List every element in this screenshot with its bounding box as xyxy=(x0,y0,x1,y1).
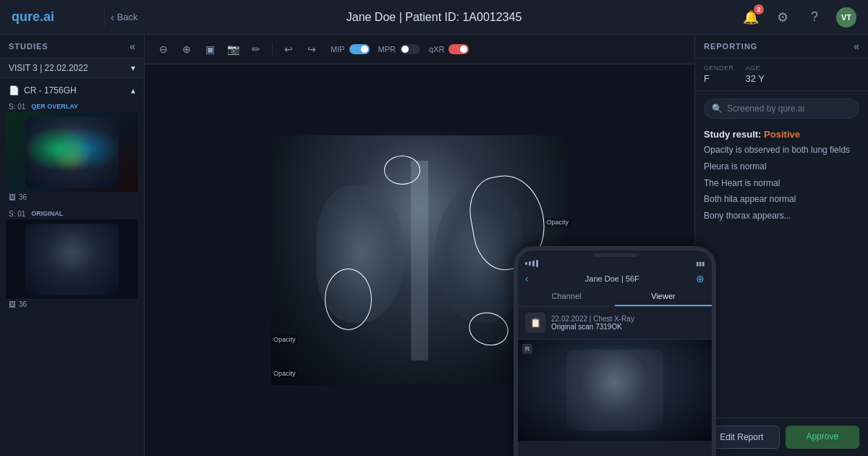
back-button[interactable]: ‹ Back xyxy=(104,9,144,26)
outline-trachea xyxy=(384,156,420,185)
finding-4: Bony thorax appears... xyxy=(704,210,859,222)
patient-meta: GENDER F AGE 32 Y xyxy=(695,59,868,91)
back-arrow-icon: ‹ xyxy=(111,12,114,23)
thumbnail-original[interactable]: S: 01 ORIGINAL 🖼 36 xyxy=(0,206,144,313)
study-name-item[interactable]: 📄 CR - 1756GH ▴ xyxy=(0,83,144,98)
viewer-area: ⊖ ⊕ ▣ 📷 ✏ ↩ ↪ MIP xyxy=(145,35,694,456)
visit-selector[interactable]: VISIT 3 | 22.02.2022 ▾ xyxy=(0,59,144,78)
finding-1: Pleura is normal xyxy=(704,161,859,173)
gear-icon: ⚙ xyxy=(777,9,788,25)
notification-badge: 2 xyxy=(754,4,764,14)
draw-button[interactable]: ✏ xyxy=(246,39,266,59)
chevron-up-icon: ▴ xyxy=(131,85,135,96)
main-layout: STUDIES « VISIT 3 | 22.02.2022 ▾ 📄 CR - … xyxy=(0,35,868,456)
age-meta: AGE 32 Y xyxy=(746,64,765,85)
mpr-label: MPR xyxy=(378,45,396,54)
series-label-2: S: 01 xyxy=(9,210,25,218)
gender-value: F xyxy=(704,73,710,84)
gender-meta: GENDER F xyxy=(704,64,734,85)
study-group: 📄 CR - 1756GH ▴ S: 01 QER OVERLAY 🖼 xyxy=(0,78,144,317)
mobile-overlay: ▮▮▮ ‹ Jane Doe | 56F ⊕ Channel Viewer 📋 … xyxy=(514,246,716,456)
top-actions: 🔔 2 ⚙ ? VT xyxy=(741,7,856,28)
viewer-content: Opacity Opacity Opacity Opacity xyxy=(145,64,694,456)
mobile-tab-channel[interactable]: Channel xyxy=(518,287,615,306)
image-icon-2: 🖼 xyxy=(9,300,16,308)
finding-3: Both hila appear normal xyxy=(704,193,859,206)
chevron-down-icon: ▾ xyxy=(131,63,135,73)
panel-collapse-button[interactable]: « xyxy=(854,41,859,52)
redo-icon: ↪ xyxy=(307,43,316,55)
study-result-value: Positive xyxy=(764,129,800,140)
mobile-xray-thumbnail: R xyxy=(518,339,712,441)
mobile-tab-viewer[interactable]: Viewer xyxy=(615,287,712,306)
approve-button[interactable]: Approve xyxy=(786,426,860,449)
thumbnail-count-1: 🖼 36 xyxy=(6,192,138,203)
user-avatar[interactable]: VT xyxy=(836,7,856,28)
top-bar: qure.ai ‹ Back Jane Doe | Patient ID: 1A… xyxy=(0,0,868,35)
age-label: AGE xyxy=(746,64,765,72)
viewer-toolbar: ⊖ ⊕ ▣ 📷 ✏ ↩ ↪ MIP xyxy=(145,35,694,64)
bottom-actions: Edit Report Approve xyxy=(695,418,868,456)
notifications-button[interactable]: 🔔 2 xyxy=(741,7,761,28)
mobile-header: ‹ Jane Doe | 56F ⊕ xyxy=(518,269,712,287)
search-placeholder-text: Screened by qure.ai xyxy=(727,104,804,114)
original-tag: ORIGINAL xyxy=(31,210,63,218)
qxr-label: qXR xyxy=(429,45,444,54)
qxr-toggle[interactable] xyxy=(448,44,469,54)
mpr-toggle-group: MPR xyxy=(378,44,420,54)
snapshot-button[interactable]: 📷 xyxy=(223,39,243,59)
overlay-tag: QER OVERLAY xyxy=(31,103,78,111)
mobile-study-date: 22.02.2022 | Chest X-Ray xyxy=(551,315,705,323)
report-content: Study result: Positive Opacity is observ… xyxy=(695,126,868,418)
mobile-study-icon: 📋 xyxy=(525,313,545,333)
file-icon: 📄 xyxy=(9,85,20,96)
thumbnail-image-original xyxy=(6,219,138,299)
opacity-label-top-right: Opacity xyxy=(545,218,571,227)
opacity-label-bottom-left: Opacity xyxy=(271,369,298,378)
qxr-toggle-group: qXR xyxy=(429,44,469,54)
sidebar: STUDIES « VISIT 3 | 22.02.2022 ▾ 📄 CR - … xyxy=(0,35,145,456)
help-icon: ? xyxy=(811,9,818,25)
mobile-share-icon[interactable]: ⊕ xyxy=(696,273,705,284)
mobile-notch xyxy=(593,253,637,257)
sidebar-title: STUDIES xyxy=(9,42,48,51)
search-bar[interactable]: 🔍 Screened by qure.ai xyxy=(704,98,859,119)
zoom-in-icon: ⊕ xyxy=(182,43,191,55)
finding-2: The Heart is normal xyxy=(704,177,859,190)
mip-toggle-group: MIP xyxy=(331,44,370,54)
signal-bars xyxy=(525,260,538,267)
mip-label: MIP xyxy=(331,45,345,54)
patient-title: Jane Doe | Patient ID: 1A0012345 xyxy=(346,11,522,24)
finding-0: Opacity is observed in both lung fields xyxy=(704,144,859,156)
age-value: 32 Y xyxy=(746,73,765,84)
zoom-out-button[interactable]: ⊖ xyxy=(153,39,174,59)
mobile-study-item[interactable]: 📋 22.02.2022 | Chest X-Ray Original scan… xyxy=(518,307,712,339)
settings-button[interactable]: ⚙ xyxy=(773,7,793,28)
mobile-study-name: Original scan 7319OK xyxy=(551,323,705,331)
image-icon-1: 🖼 xyxy=(9,193,16,201)
help-button[interactable]: ? xyxy=(804,7,825,28)
window-level-button[interactable]: ▣ xyxy=(200,39,220,59)
right-panel: REPORTING « GENDER F AGE 32 Y 🔍 Screened… xyxy=(694,35,868,456)
thumbnail-count-2: 🖼 36 xyxy=(6,299,138,310)
mpr-toggle[interactable] xyxy=(400,44,420,54)
study-result: Study result: Positive xyxy=(704,129,859,140)
zoom-in-button[interactable]: ⊕ xyxy=(176,39,197,59)
zoom-out-icon: ⊖ xyxy=(159,43,168,55)
redo-button[interactable]: ↪ xyxy=(302,39,322,59)
mobile-patient-label: Jane Doe | 56F xyxy=(585,274,639,283)
sidebar-collapse-button[interactable]: « xyxy=(129,41,135,52)
thumbnail-overlay[interactable]: S: 01 QER OVERLAY 🖼 36 xyxy=(0,98,144,206)
window-level-icon: ▣ xyxy=(205,43,215,55)
mip-toggle[interactable] xyxy=(349,44,370,54)
camera-icon: 📷 xyxy=(227,43,239,55)
thumbnail-image-overlay xyxy=(6,112,138,192)
toolbar-divider-1 xyxy=(272,42,273,56)
mobile-back-icon[interactable]: ‹ xyxy=(525,273,529,284)
search-icon: 🔍 xyxy=(712,104,723,114)
panel-header: REPORTING « xyxy=(695,35,868,59)
gender-label: GENDER xyxy=(704,64,734,72)
undo-button[interactable]: ↩ xyxy=(278,39,299,59)
undo-icon: ↩ xyxy=(284,43,293,55)
pencil-icon: ✏ xyxy=(252,43,260,55)
